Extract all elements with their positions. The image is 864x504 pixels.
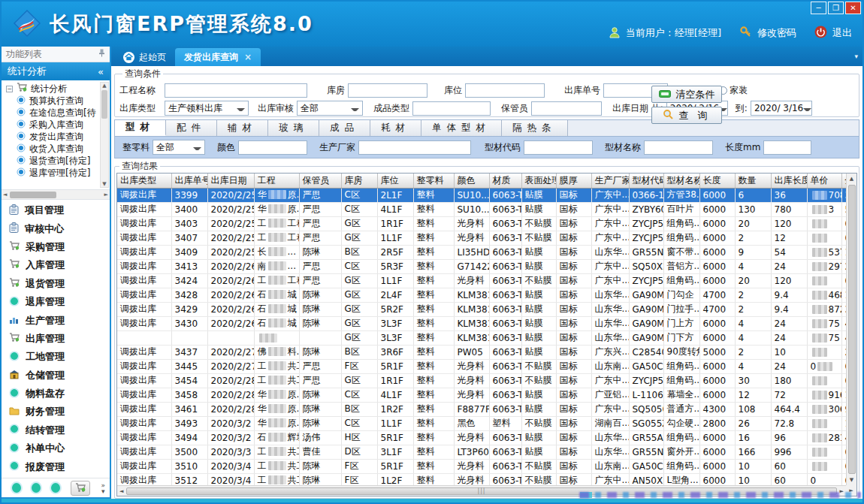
table-row[interactable]: 调拨出库34292020/2/26石城陈琳G区5R2F整料KLM38176063… (117, 302, 846, 316)
table-row[interactable]: 调拨出库34582020/2/28华原...陈琳C区4L1F整料光身料6063-… (117, 388, 846, 402)
project-name-input[interactable] (165, 83, 307, 98)
scroll-down-icon[interactable]: ▼ (850, 475, 853, 485)
tree-expander-icon[interactable]: − (6, 86, 13, 92)
material-tab-0[interactable]: 型材 (115, 120, 166, 136)
column-header[interactable]: 长度 (699, 174, 735, 188)
sidebar-section-statistics[interactable]: 统计分析 « (2, 62, 110, 80)
column-header[interactable]: 膜厚 (556, 174, 591, 188)
slot-input[interactable] (465, 83, 545, 98)
column-header[interactable]: 表面处理 (521, 174, 556, 188)
column-header[interactable]: 材质 (489, 174, 521, 188)
logout-link[interactable]: 退出 (832, 26, 852, 40)
sidebar-menu-item-9[interactable]: 仓储管理 (2, 369, 110, 382)
sidebar-menu-item-10[interactable]: 物料盘存 (2, 387, 110, 400)
more-modules-button[interactable]: »▾ (101, 482, 105, 494)
material-tab-5[interactable]: 耗材 (370, 120, 421, 136)
table-row[interactable]: 调拨出库34242020/2/26工工程严思G区1L1F整料光身料6063-T5… (117, 273, 846, 288)
maximize-button[interactable]: ❐ (828, 2, 844, 14)
table-row[interactable]: 调拨出库34002020/2/25华原...严思C区4L1F整料SU10...6… (117, 202, 846, 216)
sidebar-menu-item-0[interactable]: 项目管理 (2, 204, 110, 217)
table-row[interactable]: 调拨出库35002020/3/3工共工程曹佳D区3L1F整料LT3P606063… (117, 445, 846, 459)
product-type-input[interactable] (412, 101, 491, 116)
profile-code-input[interactable] (524, 140, 593, 155)
column-header[interactable]: 保管员 (299, 174, 341, 188)
tree-horizontal-scrollbar[interactable]: ◄► (2, 190, 110, 200)
column-header[interactable]: 型材名称 (663, 174, 699, 188)
color-input[interactable] (238, 140, 307, 155)
keeper-input[interactable] (531, 101, 602, 116)
tab-close-icon[interactable]: × (244, 52, 252, 62)
sidebar-menu-item-1[interactable]: 审核中心 (2, 222, 110, 236)
close-button[interactable]: ✕ (845, 2, 861, 14)
tree-item-3[interactable]: 发货出库查询 (6, 131, 99, 143)
material-tab-4[interactable]: 成品 (319, 120, 370, 136)
sidebar-menu-item-6[interactable]: 生产管理 (2, 314, 110, 327)
module-dot-icon[interactable] (12, 483, 21, 493)
scroll-down-icon[interactable]: ▼ (102, 181, 106, 187)
column-header[interactable]: 出库长度 (771, 174, 807, 188)
table-row[interactable]: 调拨出库34072020/2/25工工程严思G区1L1F整料光身料6063-T5… (117, 231, 846, 245)
scroll-up-icon[interactable]: ▲ (102, 83, 106, 89)
column-header[interactable]: 库位 (377, 174, 413, 188)
column-header[interactable]: 出库单号 (171, 174, 207, 188)
scrollbar-thumb[interactable] (848, 185, 856, 474)
scroll-left-icon[interactable]: ◄ (119, 488, 123, 494)
tree-item-2[interactable]: 采购入库查询 (6, 119, 99, 131)
sidebar-menu-item-14[interactable]: 报废管理 (2, 460, 110, 474)
manufacturer-input[interactable] (358, 140, 471, 155)
table-row[interactable]: 调拨出库34032020/2/25工工程严思G区1R1F整料光身料6063-T5… (117, 216, 846, 231)
tree-item-6[interactable]: 退库管理[待定] (6, 167, 99, 179)
table-row[interactable]: 调拨出库33992020/2/25华原...严思C区2L1F整料SU10...6… (117, 188, 846, 202)
tree-item-4[interactable]: 收货入库查询 (6, 143, 99, 155)
table-row[interactable]: G区3L3F整料KLM38176063-T5贴膜国标山东华...GA90M09.… (117, 330, 846, 345)
column-header[interactable]: 整零料 (413, 174, 454, 188)
tree-vertical-scrollbar[interactable]: ▲▼ (100, 82, 109, 188)
column-header[interactable]: 工程 (254, 174, 299, 188)
module-cart-button[interactable] (71, 481, 90, 496)
column-header[interactable]: 数量 (735, 174, 771, 188)
whole-piece-select[interactable]: 全部 (153, 140, 205, 155)
table-row[interactable]: 调拨出库34132020/2/26南...严思C区5R3F整料G71422606… (117, 259, 846, 273)
table-row[interactable]: 调拨出库34302020/2/26石城陈琳G区3L3F整料KLM38176063… (117, 316, 846, 330)
search-button[interactable]: 查 询 (651, 107, 722, 124)
sidebar-menu-item-2[interactable]: 采购管理 (2, 240, 110, 254)
sidebar-menu-item-7[interactable]: 出库管理 (2, 332, 110, 346)
sidebar-menu-item-5[interactable]: 退库管理 (2, 295, 110, 309)
module-dot-icon[interactable] (32, 483, 41, 493)
material-tab-7[interactable]: 隔热条 (502, 120, 568, 136)
column-header[interactable]: 单价 (807, 174, 841, 188)
radio-jiazhuang[interactable]: 家装 (719, 84, 748, 97)
tree-item-1[interactable]: 在途信息查询[待 (6, 107, 99, 119)
length-input[interactable] (763, 140, 811, 155)
tab-home[interactable]: 起始页 (114, 48, 175, 66)
scroll-left-icon[interactable]: ◄ (3, 192, 7, 198)
column-header[interactable]: 库房 (341, 174, 377, 188)
sidebar-menu-item-4[interactable]: 退货管理 (2, 277, 110, 291)
table-row[interactable]: 调拨出库34612020/2/28华原...陈琳B区1R2F整料F8877FT6… (117, 402, 846, 416)
tabstrip-dropdown-icon[interactable]: ▾ (854, 53, 858, 60)
scroll-right-icon[interactable]: ► (104, 192, 108, 198)
table-row[interactable]: 调拨出库34282020/2/26石城陈琳G区2L4F整料KLM38176063… (117, 288, 846, 302)
minimize-button[interactable]: ─ (811, 2, 826, 14)
sidebar-menu-item-11[interactable]: 财务管理 (2, 405, 110, 418)
material-tab-3[interactable]: 玻璃 (268, 120, 319, 136)
tab-shipment-outbound-query[interactable]: 发货出库查询 × (175, 48, 261, 66)
column-header[interactable]: 颜色 (454, 174, 489, 188)
table-row[interactable]: 调拨出库34372020/2/27佛料...陈琳B区3R6F整料PW056063… (117, 345, 846, 359)
clear-conditions-button[interactable]: 清空条件 (651, 86, 722, 103)
table-row[interactable]: 调拨出库35122020/3/4工共工程陈琳F区1L2F整料光身料6063-T5… (117, 473, 846, 485)
tree-item-0[interactable]: 预算执行查询 (6, 95, 99, 107)
tree-root[interactable]: − 统计分析 (6, 83, 99, 95)
scroll-up-icon[interactable]: ▲ (850, 174, 853, 184)
column-header[interactable]: 型材代码 (629, 174, 663, 188)
date-to-select[interactable]: 2020/ 3/16 (751, 101, 812, 116)
table-row[interactable]: 调拨出库34542020/2/28工共工程严思G区1R1F整料光身料6063-T… (117, 373, 846, 388)
table-row[interactable]: 调拨出库34942020/3/2石辉城汤伟H区5R1F整料光身料6063-T5贴… (117, 430, 846, 445)
grid-vertical-scrollbar[interactable]: ▲ ▼ (846, 174, 856, 485)
material-tab-1[interactable]: 配件 (166, 120, 217, 136)
sidebar-menu-item-3[interactable]: 入库管理 (2, 258, 110, 272)
outbound-type-select[interactable]: 生产领料出库 (165, 101, 249, 116)
sidebar-menu-item-13[interactable]: 补单中心 (2, 442, 110, 455)
pin-icon[interactable] (98, 49, 105, 59)
column-header[interactable]: 出库类型 (117, 174, 171, 188)
